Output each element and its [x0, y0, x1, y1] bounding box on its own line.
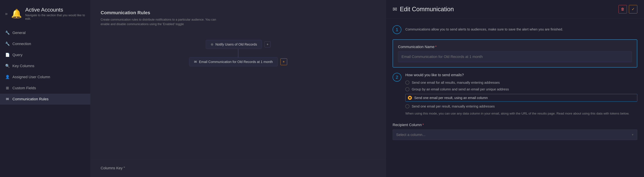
comm-name-section: Communication Name *	[392, 39, 637, 67]
mail-icon: ✉	[5, 97, 10, 101]
comm-name-input[interactable]	[398, 51, 632, 62]
sidebar-item-label: Assigned User Column	[12, 75, 50, 79]
comm-rules-header: Communication Rules Create communication…	[100, 10, 376, 26]
flow-node-label-1: Notify Users of Old Records	[216, 42, 257, 46]
sidebar-item-label: Key Columns	[12, 64, 34, 68]
radio-label-3: Send one email per result, using an emai…	[414, 96, 488, 100]
wrench-icon: 🔧	[5, 31, 10, 35]
flow-add-btn-1[interactable]: +	[264, 41, 270, 47]
info-section-2: 2 How would you like to send emails? Sen…	[392, 73, 637, 116]
radio-btn-2[interactable]	[405, 87, 410, 91]
checkmark-icon: ✓	[632, 7, 634, 11]
right-panel-body: 1 Communications allow you to send alert…	[386, 18, 644, 147]
flow-node-email: ✉ Email Communication for Old Records at…	[189, 57, 287, 66]
radio-option-1[interactable]: Send one email for all results, manually…	[405, 81, 637, 85]
sidebar-item-custom-fields[interactable]: ⊞ Custom Fields	[0, 83, 90, 94]
flow-node-label-2: Email Communication for Old Records at 1…	[199, 60, 273, 64]
flow-node-email-box: ✉ Email Communication for Old Records at…	[189, 57, 278, 66]
select-wrapper: Select a column...	[392, 130, 637, 140]
recipient-label: Recipient Column *	[392, 123, 637, 127]
sidebar-item-label: Query	[12, 53, 22, 57]
save-button[interactable]: ✓	[629, 5, 637, 13]
node-icon-1: ⊕	[211, 42, 214, 46]
right-panel-title: ✉ Edit Communication	[392, 6, 454, 13]
sidebar-item-label: General	[12, 31, 26, 35]
sidebar-item-query[interactable]: 📄 Query	[0, 49, 90, 60]
sidebar-item-assigned-user[interactable]: 👤 Assigned User Column	[0, 71, 90, 83]
node-email-icon: ✉	[194, 60, 197, 64]
trash-icon: 🗑	[621, 7, 624, 11]
radio-btn-3[interactable]	[408, 96, 412, 100]
required-star: *	[435, 45, 437, 49]
radio-option-4[interactable]: Send one email per result, manually ente…	[405, 104, 637, 108]
sidebar-item-connection[interactable]: 🔧 Connection	[0, 38, 90, 49]
grid-icon: ⊞	[5, 86, 10, 90]
sidebar-item-label: Connection	[12, 42, 31, 46]
wrench-icon-2: 🔧	[5, 42, 10, 46]
radio-label-4: Send one email per result, manually ente…	[412, 105, 495, 108]
radio-btn-1[interactable]	[405, 81, 410, 85]
columns-key-text: Columns Key "	[100, 166, 125, 170]
columns-key-area: Columns Key "	[90, 159, 386, 177]
email-question: How would you like to send emails?	[405, 73, 637, 77]
flow-node-box-1: ⊕ Notify Users of Old Records	[206, 40, 262, 49]
radio-options: How would you like to send emails? Send …	[405, 73, 637, 116]
radio-option-2[interactable]: Group by an email column and send an ema…	[405, 87, 637, 91]
bell-icon: 🔔	[11, 8, 22, 19]
radio-label-2: Group by an email column and send an ema…	[412, 87, 509, 91]
panel-mail-icon: ✉	[392, 6, 397, 12]
delete-button[interactable]: 🗑	[618, 5, 627, 13]
required-star-2: *	[422, 123, 424, 127]
sidebar-item-label: Custom Fields	[12, 86, 36, 90]
sidebar-title: Active Accounts	[25, 7, 85, 13]
radio-label-1: Send one email for all results, manually…	[412, 81, 500, 85]
sidebar-item-key-columns[interactable]: 🔍 Key Columns	[0, 60, 90, 71]
step-circle-2: 2	[392, 73, 401, 82]
info-section-1: 1 Communications allow you to send alert…	[392, 25, 637, 34]
sidebar-item-label: Communication Rules	[12, 97, 48, 101]
header-actions: 🗑 ✓	[618, 5, 637, 13]
step-circle-1: 1	[392, 25, 401, 34]
panel-title-text: Edit Communication	[400, 6, 454, 13]
flow-node-1: ⊕ Notify Users of Old Records +	[206, 40, 271, 49]
radio-option-3[interactable]: Send one email per result, using an emai…	[405, 94, 637, 102]
sidebar-item-communication-rules[interactable]: ✉ Communication Rules	[0, 94, 90, 105]
sidebar: » 🔔 Active Accounts Navigate to the sect…	[0, 0, 90, 177]
flow-diagram: ⊕ Notify Users of Old Records + ✉ Email …	[100, 40, 376, 66]
info-text-1: Communications allow you to send alerts …	[405, 25, 563, 32]
search-icon: 🔍	[5, 64, 10, 68]
comm-name-label: Communication Name *	[398, 45, 632, 49]
document-icon: 📄	[5, 53, 10, 57]
sidebar-item-general[interactable]: 🔧 General	[0, 27, 90, 38]
radio-info-text: When using this mode, you can use any da…	[405, 111, 637, 116]
comm-rules-desc: Create communication rules to distribute…	[100, 17, 218, 26]
right-panel-header: ✉ Edit Communication 🗑 ✓	[386, 0, 644, 18]
recipient-section: Recipient Column * Select a column...	[392, 123, 637, 140]
radio-btn-4[interactable]	[405, 104, 410, 108]
communication-rules-area: Communication Rules Create communication…	[90, 0, 386, 159]
flow-add-btn-2[interactable]: +	[280, 58, 287, 65]
flow-connector	[238, 49, 238, 57]
main-content: Communication Rules Create communication…	[90, 0, 386, 177]
recipient-column-select[interactable]: Select a column...	[392, 130, 637, 140]
sidebar-nav: 🔧 General 🔧 Connection 📄 Query 🔍 Key Col…	[0, 26, 90, 106]
sidebar-subtitle: Navigate to the section that you would l…	[25, 13, 85, 21]
right-panel: ✉ Edit Communication 🗑 ✓ 1 Communication…	[386, 0, 644, 177]
comm-rules-title: Communication Rules	[100, 10, 376, 15]
sidebar-header: » 🔔 Active Accounts Navigate to the sect…	[0, 0, 90, 26]
sidebar-toggle-icon[interactable]: »	[5, 11, 8, 16]
sidebar-title-group: Active Accounts Navigate to the section …	[25, 7, 85, 21]
user-icon: 👤	[5, 75, 10, 79]
